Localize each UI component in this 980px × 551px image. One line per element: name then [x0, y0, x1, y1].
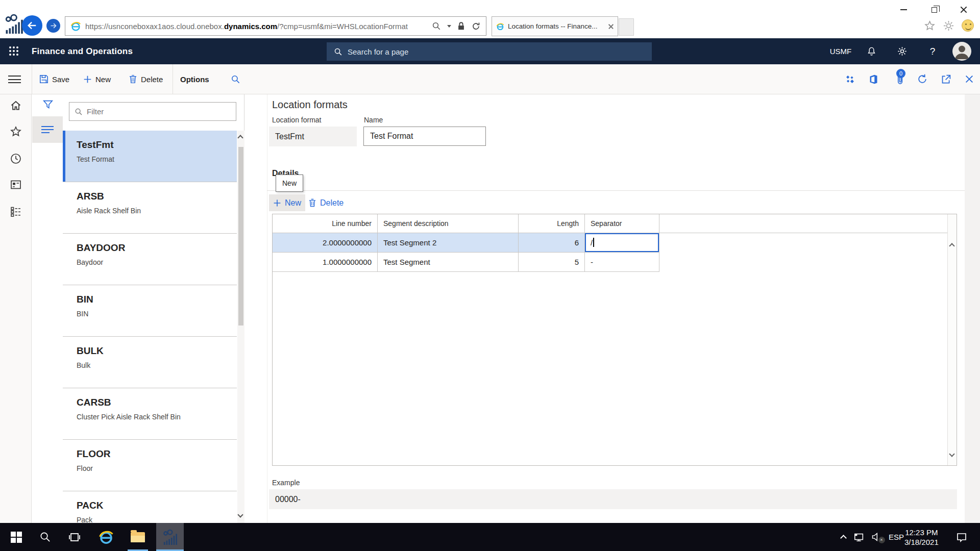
new-tab-button[interactable] — [619, 18, 634, 36]
window-restore-button[interactable] — [923, 3, 945, 16]
taskbar-search-button[interactable] — [34, 523, 56, 551]
save-button[interactable]: Save — [39, 64, 69, 94]
address-bar[interactable]: https://usnconeboxax1aos.cloud.onebox.dy… — [65, 16, 486, 36]
grid-scrollbar[interactable] — [947, 214, 957, 465]
app-header: Finance and Operations USMF ? — [0, 38, 980, 64]
browser-tab[interactable]: Location formats -- Finance... — [492, 16, 618, 36]
name-input[interactable] — [363, 127, 486, 146]
new-button-tooltip: New — [276, 174, 303, 192]
page-right-gutter — [965, 94, 980, 523]
filter-funnel-icon[interactable] — [42, 99, 54, 110]
grid-row[interactable]: 2.0000000000 Test Segment 2 6 / — [273, 233, 957, 253]
list-item[interactable]: BULK Bulk — [63, 337, 237, 388]
cell-segment-description[interactable]: Test Segment 2 — [378, 233, 519, 253]
list-item[interactable]: TestFmt Test Format — [63, 131, 237, 182]
col-header-line-number[interactable]: Line number — [273, 214, 378, 233]
actionbar-search-icon[interactable] — [231, 64, 240, 94]
ie-icon — [496, 22, 504, 31]
scroll-down-icon[interactable] — [949, 451, 954, 457]
taskbar-ie-button[interactable] — [94, 523, 118, 551]
trash-icon — [308, 198, 316, 207]
list-scrollbar[interactable] — [237, 131, 244, 523]
scroll-down-icon[interactable] — [237, 512, 243, 517]
nav-hamburger-icon[interactable] — [8, 76, 21, 83]
browser-back-button[interactable] — [22, 15, 42, 36]
action-center-button[interactable] — [950, 523, 973, 551]
browser-settings-gear-icon[interactable] — [943, 20, 954, 32]
open-in-new-window-button[interactable] — [937, 64, 954, 94]
search-icon[interactable] — [432, 21, 441, 31]
user-avatar[interactable] — [952, 42, 971, 61]
list-item[interactable]: CARSB Cluster Pick Aisle Rack Shelf Bin — [63, 388, 237, 440]
network-icon[interactable] — [851, 523, 867, 551]
cell-segment-description[interactable]: Test Segment — [378, 253, 519, 272]
refresh-button[interactable] — [914, 64, 931, 94]
window-minimize-button[interactable] — [892, 3, 915, 16]
favorites-star-icon[interactable] — [10, 126, 22, 138]
notifications-bell-icon[interactable] — [864, 38, 879, 64]
volume-muted-icon[interactable]: × — [868, 523, 884, 551]
cell-length[interactable]: 6 — [519, 233, 585, 253]
col-header-separator[interactable]: Separator — [585, 214, 659, 233]
ie-icon — [99, 530, 114, 545]
tray-expand-chevron-icon[interactable] — [836, 523, 850, 551]
close-page-button[interactable] — [961, 64, 978, 94]
window-close-button[interactable] — [952, 3, 975, 16]
list-item[interactable]: BIN BIN — [63, 285, 237, 337]
refresh-icon[interactable] — [471, 21, 481, 31]
search-icon — [39, 531, 51, 543]
office-icon[interactable] — [865, 64, 882, 94]
home-icon[interactable] — [10, 99, 22, 112]
options-menu[interactable]: Options — [180, 64, 209, 94]
forward-arrow-icon — [50, 22, 57, 30]
list-item[interactable]: BAYDOOR Baydoor — [63, 234, 237, 285]
col-header-length[interactable]: Length — [519, 214, 585, 233]
list-item[interactable]: FLOOR Floor — [63, 440, 237, 491]
settings-gear-icon[interactable] — [894, 38, 910, 64]
search-dropdown-icon[interactable] — [447, 25, 451, 28]
task-view-button[interactable] — [63, 523, 86, 551]
tab-close-icon[interactable] — [608, 24, 614, 29]
company-picker[interactable]: USMF — [827, 38, 854, 64]
recent-clock-icon[interactable] — [10, 153, 22, 165]
start-button[interactable] — [5, 523, 28, 551]
workspaces-icon[interactable] — [10, 179, 22, 191]
location-format-field[interactable]: TestFmt — [269, 127, 357, 146]
filter-box[interactable] — [69, 102, 236, 121]
cell-line-number[interactable]: 2.0000000000 — [273, 233, 378, 253]
list-view-toggle-button[interactable] — [32, 116, 63, 143]
page-search-box[interactable] — [327, 42, 652, 61]
col-header-segment-description[interactable]: Segment description — [378, 214, 519, 233]
grid-new-button[interactable]: New — [269, 194, 305, 211]
language-indicator[interactable]: ESP — [886, 523, 906, 551]
cell-separator[interactable]: - — [585, 253, 659, 272]
grid-row[interactable]: 1.0000000000 Test Segment 5 - — [273, 253, 957, 272]
scroll-up-icon[interactable] — [949, 243, 954, 248]
list-item[interactable]: PACK Pack — [63, 491, 237, 523]
help-button[interactable]: ? — [925, 38, 940, 64]
new-button[interactable]: New — [83, 64, 111, 94]
modules-list-icon[interactable] — [10, 206, 22, 218]
taskbar-clock[interactable]: 12:23 PM 3/18/2021 — [904, 523, 939, 551]
lock-icon — [457, 21, 465, 31]
notification-icon — [955, 531, 968, 543]
cell-line-number[interactable]: 1.0000000000 — [273, 253, 378, 272]
taskbar-file-explorer-button[interactable] — [126, 523, 150, 551]
record-list-panel: TestFmt Test Format ARSB Aisle Rack Shel… — [32, 94, 244, 523]
browser-forward-button[interactable] — [46, 19, 60, 33]
delete-button[interactable]: Delete — [129, 64, 163, 94]
list-item[interactable]: ARSB Aisle Rack Shelf Bin — [63, 182, 237, 234]
waffle-menu-icon[interactable] — [9, 46, 19, 57]
feedback-smiley-icon[interactable] — [962, 19, 974, 32]
attachments-button[interactable]: 0 — [890, 64, 911, 94]
cell-length[interactable]: 5 — [519, 253, 585, 272]
cell-separator-editing[interactable]: / — [585, 233, 659, 253]
scroll-up-icon[interactable] — [237, 135, 243, 140]
favorites-star-icon[interactable] — [924, 20, 936, 32]
page-search-input[interactable] — [348, 47, 645, 56]
power-apps-icon[interactable] — [841, 64, 859, 94]
scrollbar-thumb[interactable] — [238, 147, 243, 325]
grid-delete-button[interactable]: Delete — [304, 194, 348, 211]
taskbar-dynamics-button[interactable] — [156, 523, 184, 551]
filter-input[interactable] — [87, 107, 231, 116]
